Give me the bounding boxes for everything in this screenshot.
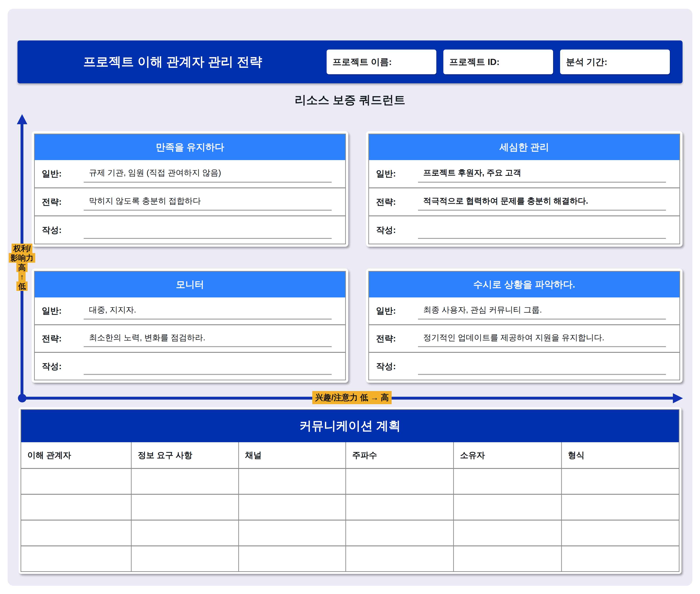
table-cell[interactable] — [453, 546, 561, 571]
quadrant-row-strategy: 전략: 적극적으로 협력하여 문제를 충분히 해결하다. — [369, 188, 679, 216]
general-input-line[interactable]: 대중, 지지자. — [84, 297, 331, 324]
table-cell[interactable] — [561, 546, 679, 571]
row-label-author: 작성: — [35, 224, 84, 236]
table-cell[interactable] — [561, 520, 679, 546]
table-cell[interactable] — [21, 520, 131, 546]
table-cell[interactable] — [131, 546, 238, 571]
table-cell[interactable] — [453, 520, 561, 546]
quadrant-row-general: 일반: 규제 기관, 임원 (직접 관여하지 않음) — [35, 160, 345, 188]
col-header-frequency: 주파수 — [345, 442, 453, 468]
general-input-line[interactable]: 규제 기관, 임원 (직접 관여하지 않음) — [84, 160, 331, 188]
col-header-information-needs: 정보 요구 사항 — [131, 442, 238, 468]
analysis-period-label: 분석 기간: — [566, 56, 607, 68]
quadrant-row-strategy: 전략: 최소한의 노력, 변화를 점검하라. — [35, 324, 345, 352]
field-underline — [84, 238, 331, 239]
field-underline — [84, 374, 331, 375]
field-underline — [84, 346, 331, 347]
quadrant-row-general: 일반: 프로젝트 후원자, 주요 고객 — [369, 160, 679, 188]
quadrant-row-author: 작성: — [35, 352, 345, 380]
author-input-line[interactable] — [84, 353, 331, 380]
field-value: 최종 사용자, 관심 커뮤니티 그룹. — [423, 304, 542, 317]
project-name-field[interactable]: 프로젝트 이름: — [326, 50, 436, 74]
general-input-line[interactable]: 프로젝트 후원자, 주요 고객 — [418, 160, 666, 188]
row-label-author: 작성: — [369, 224, 418, 236]
project-id-field[interactable]: 프로젝트 ID: — [443, 50, 553, 74]
y-axis-label-line: 低 — [16, 282, 28, 291]
strategy-input-line[interactable]: 막히지 않도록 충분히 접합하다 — [84, 188, 331, 216]
table-cell[interactable] — [561, 468, 679, 494]
row-label-strategy: 전략: — [369, 333, 418, 344]
col-header-format: 형식 — [561, 442, 679, 468]
col-header-channel: 채널 — [238, 442, 345, 468]
table-cell[interactable] — [345, 520, 453, 546]
table-cell[interactable] — [21, 494, 131, 520]
table-cell[interactable] — [21, 468, 131, 494]
general-input-line[interactable]: 최종 사용자, 관심 커뮤니티 그룹. — [418, 297, 666, 324]
quadrant-row-strategy: 전략: 정기적인 업데이트를 제공하여 지원을 유지합니다. — [369, 324, 679, 352]
table-cell[interactable] — [21, 546, 131, 571]
quadrant-title: 세심한 관리 — [369, 134, 679, 160]
table-cell[interactable] — [131, 494, 238, 520]
communication-plan-title: 커뮤니케이션 계획 — [21, 410, 679, 442]
y-axis-label-line: 影响力 — [9, 253, 35, 262]
table-cell[interactable] — [561, 494, 679, 520]
communication-plan-table: 이해 관계자 정보 요구 사항 채널 주파수 소유자 형식 — [21, 442, 679, 571]
author-input-line[interactable] — [418, 353, 666, 380]
row-label-author: 작성: — [369, 360, 418, 372]
axis-origin-dot — [18, 394, 27, 402]
field-underline — [418, 319, 666, 320]
strategy-input-line[interactable]: 정기적인 업데이트를 제공하여 지원을 유지합니다. — [418, 325, 666, 352]
field-underline — [418, 182, 666, 183]
quadrant-keep-satisfied: 만족을 유지하다 일반: 규제 기관, 임원 (직접 관여하지 않음) 전략: … — [32, 131, 348, 247]
table-cell[interactable] — [131, 520, 238, 546]
header-fields: 프로젝트 이름: 프로젝트 ID: 분석 기간: — [326, 50, 670, 74]
row-label-author: 작성: — [35, 360, 84, 372]
communication-plan-card: 커뮤니케이션 계획 이해 관계자 정보 요구 사항 채널 주파수 소유자 형식 — [19, 407, 681, 574]
row-label-general: 일반: — [369, 168, 418, 179]
table-cell[interactable] — [238, 546, 345, 571]
row-label-general: 일반: — [35, 305, 84, 317]
table-cell[interactable] — [453, 494, 561, 520]
quadrant-monitor: 모니터 일반: 대중, 지지자. 전략: 최소한의 노력, 변화를 점검하라. … — [32, 269, 348, 383]
table-cell[interactable] — [238, 468, 345, 494]
field-value: 대중, 지지자. — [89, 304, 136, 317]
quadrant-row-author: 작성: — [369, 216, 679, 244]
row-label-general: 일반: — [369, 305, 418, 317]
table-cell[interactable] — [345, 468, 453, 494]
col-header-owner: 소유자 — [453, 442, 561, 468]
table-cell[interactable] — [131, 468, 238, 494]
author-input-line[interactable] — [418, 216, 666, 244]
quadrant-title: 모니터 — [35, 272, 345, 297]
analysis-period-field[interactable]: 분석 기간: — [560, 50, 670, 74]
field-underline — [418, 374, 666, 375]
table-cell[interactable] — [345, 546, 453, 571]
field-value: 프로젝트 후원자, 주요 고객 — [423, 167, 521, 180]
strategy-input-line[interactable]: 최소한의 노력, 변화를 점검하라. — [84, 325, 331, 352]
field-underline — [418, 210, 666, 210]
field-value: 정기적인 업데이트를 제공하여 지원을 유지합니다. — [423, 332, 604, 345]
field-underline — [418, 238, 666, 239]
y-axis-label-line: 高 — [16, 263, 28, 272]
y-axis-label-line: 权利/ — [11, 244, 33, 253]
project-id-label: 프로젝트 ID: — [449, 56, 499, 68]
table-cell[interactable] — [453, 468, 561, 494]
quadrant-row-general: 일반: 대중, 지지자. — [35, 297, 345, 324]
page-title: 프로젝트 이해 관계자 관리 전략 — [35, 40, 310, 83]
strategy-input-line[interactable]: 적극적으로 협력하여 문제를 충분히 해결하다. — [418, 188, 666, 216]
field-value: 최소한의 노력, 변화를 점검하라. — [89, 332, 205, 345]
author-input-line[interactable] — [84, 216, 331, 244]
x-axis-arrow-icon — [673, 393, 683, 403]
header-bar: 프로젝트 이해 관계자 관리 전략 프로젝트 이름: 프로젝트 ID: 분석 기… — [18, 40, 682, 83]
row-label-strategy: 전략: — [35, 333, 84, 344]
table-cell[interactable] — [238, 520, 345, 546]
table-cell[interactable] — [238, 494, 345, 520]
field-value: 적극적으로 협력하여 문제를 충분히 해결하다. — [423, 196, 588, 208]
field-underline — [84, 319, 331, 320]
field-underline — [84, 210, 331, 210]
quadrant-title: 수시로 상황을 파악하다. — [369, 272, 679, 297]
field-underline — [418, 346, 666, 347]
x-axis-label: 兴趣/注意力 低 → 高 — [312, 391, 391, 404]
field-underline — [84, 182, 331, 183]
quadrant-title: 만족을 유지하다 — [35, 134, 345, 160]
table-cell[interactable] — [345, 494, 453, 520]
